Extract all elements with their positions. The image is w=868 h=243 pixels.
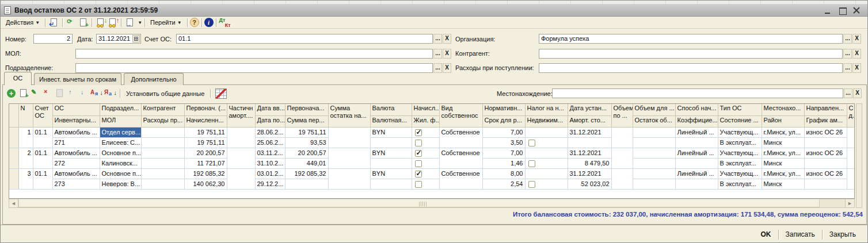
cell-napravlenie[interactable]: износ ОС 26 (804, 148, 847, 158)
move-up-icon[interactable]: ↑ (66, 88, 78, 99)
cell-chastichn[interactable] (227, 168, 255, 189)
cell-os[interactable]: Автомобиль ... (52, 168, 100, 179)
cell-pervonach[interactable]: 192 085,32 (184, 168, 227, 179)
move-down-icon[interactable]: ↓ (78, 88, 90, 99)
cell-obem-dlya[interactable] (633, 127, 675, 137)
calendar-icon[interactable] (132, 35, 140, 43)
cell-tip-os[interactable]: Участвующ... (718, 168, 762, 179)
cell-rayon[interactable]: Минск (762, 137, 804, 148)
organizaciya-select-button[interactable]: ... (843, 34, 852, 44)
cell-rashody[interactable] (141, 158, 184, 168)
cell-podrazdelenie[interactable]: Основное п... (100, 148, 141, 158)
cell-n[interactable]: 3 (18, 168, 33, 189)
cell-nalog[interactable] (525, 168, 568, 179)
podrazdelenie-field[interactable] (75, 63, 433, 73)
cell-sostoyanie[interactable]: В эксплуат... (718, 158, 762, 168)
nedvizhim-checkbox[interactable] (528, 181, 535, 188)
maximize-icon[interactable] (839, 7, 846, 14)
cell-ostatok[interactable] (328, 148, 370, 168)
mestonakhozhdenie-select-button[interactable]: ... (844, 88, 852, 98)
cell-vid-sobstv[interactable]: Собственное (439, 168, 482, 189)
cell-schet[interactable]: 01.1 (33, 168, 52, 189)
scrollbar-thumb[interactable] (18, 199, 820, 207)
kontragent-field[interactable] (539, 49, 843, 59)
close-icon[interactable] (853, 7, 861, 14)
dt-kt-icon[interactable]: ДтКт (219, 17, 231, 28)
cell-summa-per[interactable]: 449,01 (285, 158, 328, 168)
cell-data-po[interactable]: 25.06.2... (255, 137, 285, 148)
cell-n[interactable]: 2 (18, 148, 33, 168)
tab-invest-vychety[interactable]: Инвест. вычеты по срокам (34, 73, 121, 85)
cell-last[interactable] (847, 148, 854, 168)
cell-ostatok-ob[interactable] (633, 179, 675, 189)
cell-zhil-fond[interactable] (412, 179, 439, 189)
organizaciya-clear-button[interactable]: X (852, 34, 861, 44)
cell-valuta[interactable]: BYN (370, 148, 412, 158)
mestonakhozhdenie-field[interactable] (552, 88, 843, 98)
nedvizhim-checkbox[interactable] (528, 140, 535, 146)
common-data-settings-icon[interactable] (215, 88, 227, 99)
cell-chastichn[interactable] (227, 127, 255, 148)
cell-sostoyanie[interactable]: В эксплуат... (718, 137, 762, 148)
cell-mestonakh[interactable]: г.Минск, ул... (762, 127, 804, 137)
vertical-scrollbar[interactable] (856, 103, 862, 208)
cell-last[interactable] (847, 168, 854, 189)
kontragent-clear-button[interactable]: X (852, 49, 861, 59)
zhil-fond-checkbox[interactable] (415, 140, 422, 146)
cell-zhil-fond[interactable] (412, 137, 439, 148)
nachislyat-checkbox[interactable] (415, 129, 422, 136)
rashody-select-button[interactable]: ... (843, 63, 852, 73)
cell-sposob[interactable]: Линейный ... (675, 148, 718, 158)
cell-ostatok-ob[interactable] (633, 137, 675, 148)
mestonakhozhdenie-clear-button[interactable]: X (853, 88, 862, 98)
cell-nedvizhim[interactable] (525, 179, 568, 189)
cell-mestonakh[interactable]: г.Минск, ул... (762, 148, 804, 158)
cell-data-vv[interactable]: 03.11.2... (255, 148, 285, 158)
cell-tip-os[interactable]: Участвующ... (718, 148, 762, 158)
cell-kontragent[interactable] (141, 148, 184, 158)
zhil-fond-checkbox[interactable] (415, 160, 422, 167)
cell-amort-sto[interactable]: 8 479,50 (568, 158, 611, 168)
help-icon[interactable]: ? (190, 18, 199, 27)
cell-nachislyat[interactable] (412, 127, 439, 137)
scroll-left-icon[interactable]: ◄ (9, 199, 18, 207)
cell-nalog[interactable] (525, 127, 568, 137)
cell-valuta[interactable]: BYN (370, 168, 412, 179)
cell-summa-per[interactable]: 93,53 (285, 137, 328, 148)
data-field[interactable]: 31.12.2021 (96, 34, 141, 44)
cell-schet[interactable]: 01.1 (33, 148, 52, 168)
cell-mol[interactable]: Неверов: В... (100, 179, 141, 189)
cell-last[interactable] (847, 127, 854, 148)
cell-sposob[interactable]: Линейный ... (675, 127, 718, 137)
cell-valutnaya[interactable] (370, 179, 412, 189)
cell-summa-per[interactable] (285, 179, 328, 189)
cell-data-vv[interactable]: 28.06.2... (255, 127, 285, 137)
schet-os-clear-button[interactable]: X (443, 34, 451, 44)
schet-os-select-button[interactable]: ... (433, 34, 442, 44)
info-icon[interactable]: i (204, 18, 214, 27)
cell-normativ[interactable]: 7,00 (482, 127, 525, 137)
sort-asc-icon[interactable]: Ая↓ (90, 88, 104, 99)
cell-nachislenn[interactable]: 19 751,11 (184, 137, 227, 148)
refresh-icon[interactable]: ⟳ (65, 17, 77, 28)
zhil-fond-checkbox[interactable] (415, 181, 422, 188)
cell-chastichn[interactable] (227, 148, 255, 168)
cell-n[interactable]: 1 (18, 127, 33, 148)
cell-normativ[interactable]: 7,00 (482, 148, 525, 158)
cell-sposob[interactable]: Линейный ... (675, 168, 718, 179)
cell-valutnaya[interactable] (370, 137, 412, 148)
cell-rayon[interactable]: Минск (762, 158, 804, 168)
cell-zhil-fond[interactable] (412, 158, 439, 168)
scroll-right-icon[interactable]: ► (845, 199, 854, 207)
organizaciya-field[interactable]: Формула успеха (539, 34, 843, 44)
cell-obem-po[interactable] (611, 148, 633, 168)
cell-podrazdelenie-selected[interactable]: Отдел серв... (100, 127, 141, 137)
minimize-icon[interactable] (824, 7, 832, 14)
close-button[interactable]: Закрыть (823, 230, 863, 238)
cell-nachislyat[interactable] (412, 148, 439, 158)
copy-row-icon[interactable]: + (17, 88, 29, 99)
podrazdelenie-select-button[interactable]: ... (433, 63, 442, 73)
cell-data-vv[interactable]: 03.01.2... (255, 168, 285, 179)
cell-grafik[interactable] (804, 158, 847, 168)
cell-data-ustan[interactable]: 31.12.2021 (568, 127, 611, 137)
